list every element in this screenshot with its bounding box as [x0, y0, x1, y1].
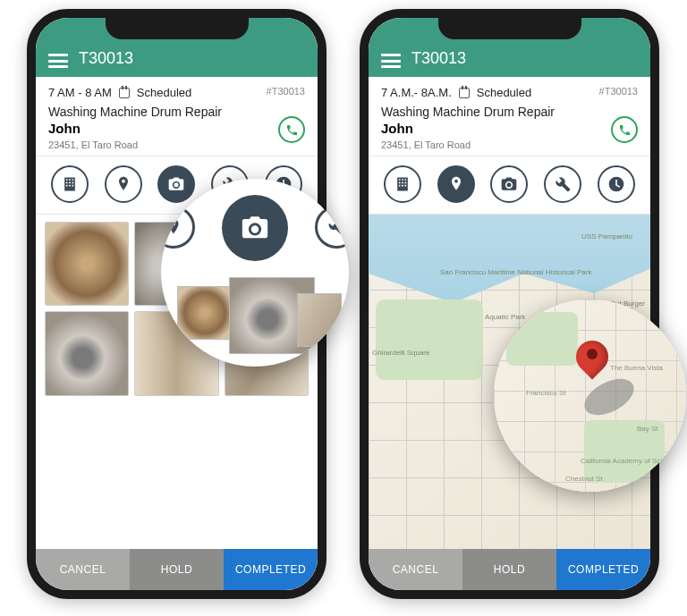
phone-icon [285, 123, 299, 137]
map-label: Bay St [637, 425, 658, 433]
notch [106, 16, 249, 39]
tab-location[interactable] [105, 165, 142, 203]
ticket-customer: John [48, 121, 305, 136]
calendar-icon [459, 88, 470, 98]
page-title: T30013 [79, 49, 133, 68]
tab-details[interactable] [51, 165, 89, 203]
footer-bar: CANCEL HOLD COMPLETED [369, 549, 650, 590]
ticket-address: 23451, El Taro Road [48, 139, 305, 150]
map-label: Francisco St [526, 389, 565, 397]
ticket-address: 23451, El Taro Road [381, 139, 638, 150]
ticket-customer: John [381, 121, 638, 136]
camera-icon [240, 213, 270, 243]
ticket-title: Washing Machine Drum Repair [48, 105, 305, 119]
calendar-icon [119, 88, 130, 98]
menu-icon[interactable] [381, 54, 401, 68]
map-label: San Francisco Maritime National Historic… [440, 268, 591, 276]
tab-photos[interactable] [157, 165, 195, 203]
photo-thumb[interactable] [297, 293, 342, 347]
ticket-status: Scheduled [137, 86, 191, 99]
tab-tools[interactable] [544, 165, 581, 203]
ticket-title: Washing Machine Drum Repair [381, 105, 638, 119]
wrench-icon [327, 217, 346, 237]
camera-icon [500, 175, 518, 193]
completed-button[interactable]: COMPLETED [224, 549, 318, 590]
callout-map: Francisco St Bay St Chestnut St The Buen… [494, 300, 686, 492]
tab-time[interactable] [598, 165, 635, 203]
menu-icon[interactable] [48, 54, 68, 68]
tab-photos[interactable] [490, 165, 528, 203]
ticket-time: 7 AM - 8 AM [48, 86, 112, 99]
ticket-status: Scheduled [477, 86, 531, 99]
ticket-id: #T30013 [599, 86, 638, 97]
photo-thumb[interactable] [45, 222, 129, 306]
map-label: The Buena Vista [610, 364, 663, 372]
map-water [369, 215, 650, 313]
photo-preview [177, 277, 333, 358]
clock-icon [607, 175, 625, 193]
tab-tools[interactable] [315, 206, 349, 249]
hold-button[interactable]: HOLD [130, 549, 224, 590]
map-label: USS Pampanito [581, 232, 632, 240]
tab-photos[interactable] [222, 195, 288, 261]
call-button[interactable] [278, 116, 305, 143]
pin-icon [114, 175, 132, 193]
hold-button[interactable]: HOLD [462, 549, 556, 590]
building-icon [394, 175, 411, 193]
ticket-card: 7 AM - 8 AM Scheduled #T30013 Washing Ma… [36, 77, 318, 156]
phone-icon [618, 123, 632, 137]
map-pin[interactable] [576, 341, 608, 387]
map-label: California Academy of Science & Technolo… [581, 457, 661, 465]
photo-thumb[interactable] [177, 286, 233, 340]
page-title: T30013 [411, 49, 466, 68]
map-label: Aquatic Park [485, 313, 525, 321]
callout-photos [161, 179, 349, 367]
cancel-button[interactable]: CANCEL [369, 549, 462, 590]
building-icon [61, 175, 79, 193]
tab-details[interactable] [384, 165, 421, 203]
camera-icon [167, 175, 185, 193]
photo-thumb[interactable] [45, 311, 129, 395]
ticket-time: 7 A.M.- 8A.M. [381, 86, 452, 99]
notch [438, 16, 581, 39]
footer-bar: CANCEL HOLD COMPLETED [36, 549, 318, 590]
cancel-button[interactable]: CANCEL [36, 549, 130, 590]
map-label: Ghirardelli Square [372, 349, 429, 357]
map-zoom[interactable]: Francisco St Bay St Chestnut St The Buen… [494, 300, 686, 492]
ticket-id: #T30013 [267, 86, 305, 97]
tab-bar [369, 156, 650, 215]
tab-location[interactable] [437, 165, 475, 203]
map-label: Chestnut St [565, 475, 603, 483]
wrench-icon [554, 175, 572, 193]
call-button[interactable] [611, 116, 638, 143]
pin-icon [447, 175, 465, 193]
map-park [376, 300, 483, 380]
completed-button[interactable]: COMPLETED [556, 549, 650, 590]
ticket-card: 7 A.M.- 8A.M. Scheduled #T30013 Washing … [369, 77, 650, 156]
